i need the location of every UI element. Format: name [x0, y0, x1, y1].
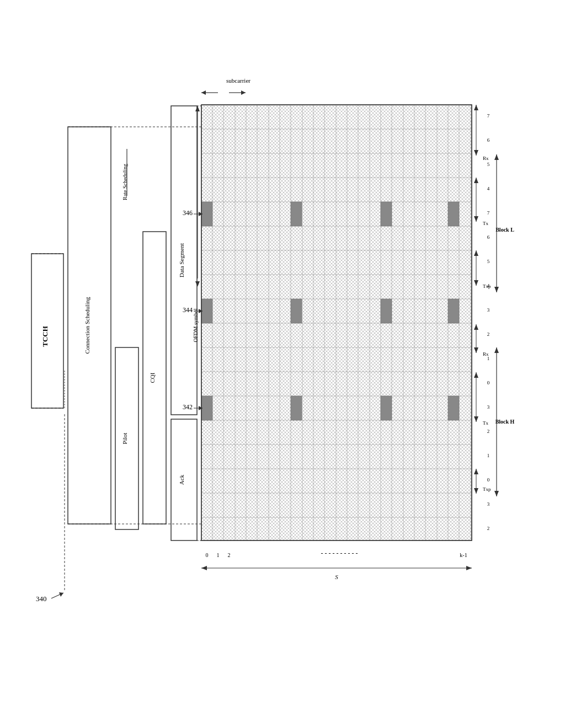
r-num-0b: 0 [487, 477, 490, 483]
ack-label: Ack [178, 474, 185, 485]
page-header [0, 30, 565, 43]
r-num-5a: 5 [487, 162, 490, 167]
conn-sched-label: Connection Scheduling [84, 297, 90, 354]
svg-rect-50 [201, 396, 212, 420]
r-num-6b: 6 [487, 234, 490, 240]
svg-marker-113 [474, 216, 478, 222]
s-label: S [335, 574, 338, 580]
bottom-num-1: 1 [217, 552, 220, 558]
svg-marker-95 [494, 491, 499, 496]
svg-rect-56 [381, 396, 392, 420]
bottom-num-k1: k‑1 [460, 552, 467, 558]
svg-marker-110 [474, 280, 478, 286]
svg-marker-81 [195, 106, 200, 111]
ref-344: 344 [183, 306, 193, 314]
svg-marker-91 [201, 566, 207, 570]
svg-rect-60 [448, 299, 459, 323]
svg-marker-104 [474, 416, 478, 422]
svg-marker-82 [195, 281, 200, 287]
svg-marker-103 [474, 372, 478, 378]
r-num-2a: 2 [487, 331, 490, 337]
tx-l-label: Tx [483, 221, 488, 226]
r-num-4b: 4 [487, 283, 490, 288]
tx-h-label: Tx [483, 420, 488, 426]
txp-h-label: Txp [483, 486, 491, 492]
rx-l-label: Rx [483, 156, 489, 161]
svg-marker-106 [474, 324, 478, 330]
svg-rect-52 [201, 202, 212, 226]
svg-marker-107 [474, 347, 478, 353]
svg-marker-94 [494, 347, 499, 353]
main-diagram: TCCH Connection Scheduling Rate Scheduli… [30, 72, 527, 623]
r-num-6a: 6 [487, 137, 490, 143]
ref-346: 346 [183, 209, 193, 217]
subcarrier-label: subcarrier [226, 77, 250, 84]
data-seg-label: Data Segment [178, 243, 185, 277]
svg-rect-61 [448, 202, 459, 226]
svg-rect-55 [291, 202, 302, 226]
svg-rect-54 [291, 299, 302, 323]
r-num-1a: 1 [487, 356, 490, 361]
svg-rect-5 [201, 105, 472, 540]
r-num-7a: 7 [487, 113, 490, 119]
svg-rect-51 [201, 299, 212, 323]
r-num-3a: 3 [487, 307, 490, 313]
svg-rect-53 [291, 396, 302, 420]
r-num-7b: 7 [487, 210, 490, 216]
ref-340: 340 [36, 595, 47, 603]
svg-rect-59 [448, 396, 459, 420]
header-center [279, 30, 287, 43]
tcch-label: TCCH [41, 326, 49, 347]
svg-marker-79 [241, 90, 246, 95]
r-num-2b: 2 [487, 429, 490, 434]
svg-marker-77 [201, 90, 206, 95]
bottom-num-2: 2 [228, 552, 231, 558]
block-h-label: Block H [495, 419, 515, 425]
r-num-2c: 2 [487, 526, 490, 531]
svg-marker-92 [466, 566, 472, 570]
ref-342: 342 [183, 403, 193, 411]
svg-marker-115 [474, 105, 478, 110]
r-num-5b: 5 [487, 259, 490, 264]
r-num-4a: 4 [487, 186, 490, 191]
svg-marker-112 [474, 178, 478, 183]
svg-text:- - - - - - - - - -: - - - - - - - - - - [321, 549, 358, 557]
svg-rect-58 [381, 202, 392, 226]
block-l-label: Block L [495, 227, 514, 233]
svg-marker-98 [494, 287, 499, 292]
r-num-3c: 3 [487, 501, 490, 507]
r-num-1b: 1 [487, 453, 490, 458]
svg-marker-101 [474, 488, 478, 494]
r-num-0a: 0 [487, 380, 490, 386]
pilot-label: Pilot [121, 433, 128, 445]
bottom-num-0: 0 [206, 552, 209, 558]
svg-marker-100 [474, 469, 478, 474]
svg-marker-109 [474, 250, 478, 256]
svg-marker-97 [494, 154, 499, 160]
cqi-label: CQI [149, 372, 156, 383]
r-num-3b: 3 [487, 404, 490, 410]
ofdm-symbol-label: OFDM symbol [193, 308, 199, 342]
svg-marker-116 [474, 150, 478, 156]
svg-rect-57 [381, 299, 392, 323]
